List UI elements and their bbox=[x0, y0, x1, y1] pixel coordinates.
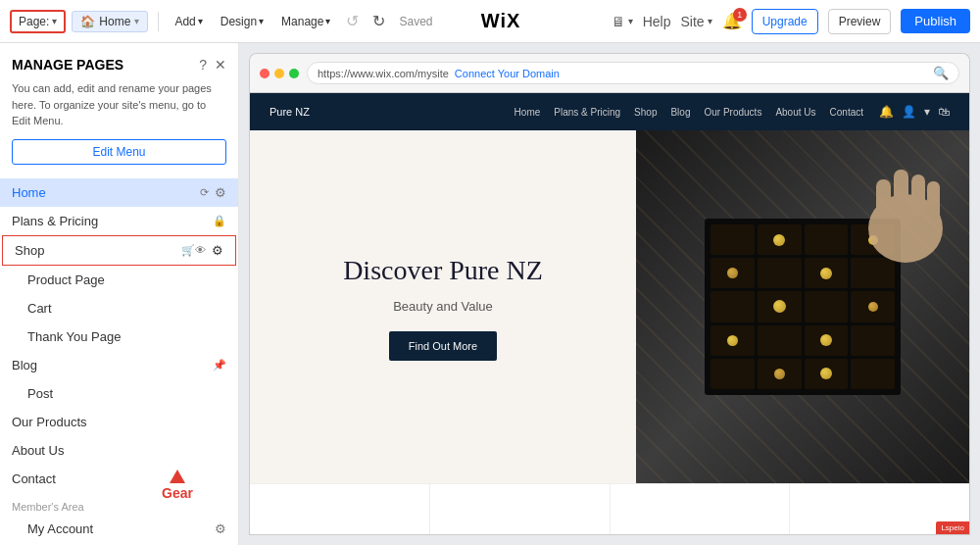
lock-icon: 🔒 bbox=[213, 215, 226, 227]
chevron-down-icon: ▾ bbox=[198, 16, 203, 26]
notification-badge: 1 bbox=[733, 8, 747, 22]
manage-menu[interactable]: Manage ▾ bbox=[275, 12, 336, 31]
chevron-down-icon: ▾ bbox=[259, 16, 264, 26]
page-name: Contact bbox=[12, 471, 226, 486]
chevron-down-icon: ▾ bbox=[708, 16, 712, 26]
members-area-label: Member's Area bbox=[0, 493, 238, 515]
gear-icon[interactable]: ⚙ bbox=[212, 243, 223, 258]
svg-rect-2 bbox=[894, 170, 908, 230]
site-button[interactable]: Site ▾ bbox=[681, 14, 712, 29]
gear-arrow bbox=[170, 470, 185, 483]
page-name: Thank You Page bbox=[27, 329, 226, 344]
visibility-icon[interactable]: 👁 bbox=[195, 244, 206, 256]
home-label: Home bbox=[99, 15, 130, 28]
top-bar: Page: ▾ 🏠 Home ▾ Add ▾ Design ▾ Manage ▾… bbox=[0, 0, 980, 43]
search-icon[interactable]: 🔍 bbox=[933, 66, 949, 80]
bottom-card-3 bbox=[611, 484, 791, 535]
nav-link-home[interactable]: Home bbox=[514, 107, 541, 118]
close-icon[interactable]: ✕ bbox=[215, 57, 226, 73]
top-bar-right: 🖥 ▾ Help Site ▾ 🔔 1 Upgrade Preview Publ… bbox=[612, 9, 970, 34]
main-area: MANAGE PAGES ? ✕ You can add, edit and r… bbox=[0, 43, 980, 545]
help-label: Help bbox=[643, 14, 671, 29]
design-label: Design bbox=[220, 15, 257, 28]
sidebar-item-my-account[interactable]: My Account ⚙ bbox=[0, 515, 238, 543]
divider bbox=[158, 12, 159, 31]
sidebar-item-product-page[interactable]: Product Page bbox=[0, 266, 238, 294]
help-icon[interactable]: ? bbox=[199, 57, 207, 73]
page-name: Our Products bbox=[12, 415, 226, 429]
chevron-down-icon: ▾ bbox=[628, 16, 633, 26]
page-name: Cart bbox=[27, 301, 226, 316]
design-menu[interactable]: Design ▾ bbox=[215, 12, 270, 31]
svg-rect-4 bbox=[927, 181, 940, 230]
page-label: Page: bbox=[19, 15, 49, 28]
bottom-card-1 bbox=[250, 484, 430, 535]
gear-label: Gear bbox=[162, 485, 193, 501]
chevron-down-icon: ▾ bbox=[924, 105, 930, 119]
website-nav-icons: 🔔 👤 ▾ 🛍 bbox=[879, 105, 950, 119]
nav-link-contact[interactable]: Contact bbox=[830, 107, 863, 118]
sidebar-item-home[interactable]: Home ⟳ ⚙ bbox=[0, 178, 238, 207]
help-button[interactable]: Help bbox=[643, 14, 671, 29]
browser-dot-green bbox=[289, 69, 299, 78]
wix-logo: WiX bbox=[481, 10, 521, 32]
refresh-icon: ⟳ bbox=[200, 186, 209, 199]
edit-menu-button[interactable]: Edit Menu bbox=[12, 139, 226, 165]
page-button[interactable]: Page: ▾ bbox=[10, 10, 66, 33]
gear-icon[interactable]: ⚙ bbox=[215, 185, 226, 200]
sidebar-item-about-us[interactable]: About Us bbox=[0, 436, 238, 465]
page-name: Home bbox=[12, 185, 196, 200]
devices-button[interactable]: 🖥 ▾ bbox=[612, 14, 633, 29]
bag-icon: 🛍 bbox=[938, 105, 950, 119]
sidebar-item-our-products[interactable]: Our Products bbox=[0, 408, 238, 436]
undo-button[interactable]: ↺ bbox=[342, 10, 363, 32]
browser-url-text: https://www.wix.com/mysite bbox=[318, 68, 449, 79]
connect-domain-link[interactable]: Connect Your Domain bbox=[455, 68, 560, 79]
chevron-down-icon: ▾ bbox=[325, 16, 330, 26]
website-hero-cta[interactable]: Find Out More bbox=[389, 331, 497, 361]
browser-dot-red bbox=[260, 69, 270, 78]
svg-rect-3 bbox=[911, 174, 925, 231]
jewelry-background bbox=[636, 130, 969, 483]
upgrade-button[interactable]: Upgrade bbox=[752, 9, 818, 34]
nav-link-about[interactable]: About Us bbox=[775, 107, 815, 118]
sidebar-item-blog[interactable]: Blog 📌 bbox=[0, 351, 238, 379]
website-nav: Pure NZ Home Plans & Pricing Shop Blog O… bbox=[250, 93, 969, 130]
add-menu[interactable]: Add ▾ bbox=[169, 12, 208, 31]
chevron-down-icon: ▾ bbox=[52, 16, 57, 26]
gear-icon[interactable]: ⚙ bbox=[215, 521, 226, 536]
browser-url-bar[interactable]: https://www.wix.com/mysite Connect Your … bbox=[307, 62, 959, 84]
website-hero: Discover Pure NZ Beauty and Value Find O… bbox=[250, 130, 969, 483]
chevron-down-icon: ▾ bbox=[134, 16, 139, 26]
sidebar-item-thank-you[interactable]: Thank You Page bbox=[0, 322, 238, 351]
sidebar-header-icons: ? ✕ bbox=[199, 57, 226, 73]
nav-link-shop[interactable]: Shop bbox=[634, 107, 657, 118]
nav-link-plans[interactable]: Plans & Pricing bbox=[554, 107, 620, 118]
notification-button[interactable]: 🔔 1 bbox=[722, 12, 742, 30]
page-name: Shop bbox=[15, 243, 177, 258]
website-nav-links: Home Plans & Pricing Shop Blog Our Produ… bbox=[514, 107, 863, 118]
website-bottom-strip bbox=[250, 483, 969, 535]
publish-button[interactable]: Publish bbox=[901, 9, 970, 33]
breadcrumb-home[interactable]: 🏠 Home ▾ bbox=[72, 11, 148, 32]
saved-status: Saved bbox=[399, 15, 432, 28]
cart-icon: 🛒 bbox=[181, 244, 195, 257]
preview-button[interactable]: Preview bbox=[828, 9, 892, 34]
sidebar-title: MANAGE PAGES bbox=[12, 57, 123, 73]
sidebar-item-contact[interactable]: Contact bbox=[0, 465, 238, 493]
nav-link-products[interactable]: Our Products bbox=[704, 107, 761, 118]
sidebar-item-shop[interactable]: Shop 🛒 👁 ⚙ bbox=[2, 235, 236, 266]
gear-annotation: Gear bbox=[162, 470, 193, 501]
redo-button[interactable]: ↻ bbox=[368, 10, 389, 32]
sidebar-item-post[interactable]: Post bbox=[0, 379, 238, 408]
browser-bar: https://www.wix.com/mysite Connect Your … bbox=[250, 54, 969, 92]
page-name: Blog bbox=[12, 358, 209, 372]
manage-label: Manage bbox=[281, 15, 323, 28]
nav-link-blog[interactable]: Blog bbox=[670, 107, 690, 118]
svg-rect-1 bbox=[876, 179, 891, 233]
browser-chrome: https://www.wix.com/mysite Connect Your … bbox=[249, 53, 970, 92]
website-hero-title: Discover Pure NZ bbox=[343, 253, 543, 288]
sidebar-item-cart[interactable]: Cart bbox=[0, 294, 238, 322]
website-hero-left: Discover Pure NZ Beauty and Value Find O… bbox=[250, 130, 636, 483]
sidebar-item-plans[interactable]: Plans & Pricing 🔒 bbox=[0, 207, 238, 235]
